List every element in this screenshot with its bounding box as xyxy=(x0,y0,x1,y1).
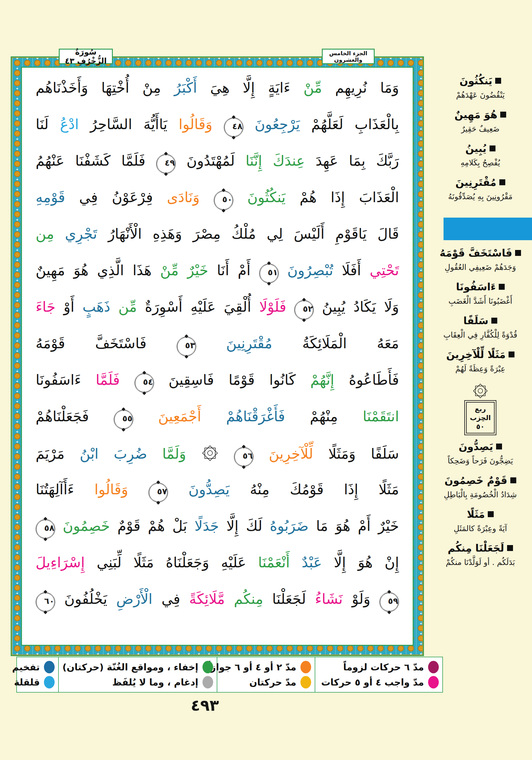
quran-text-segment: إِنَّهُمْ xyxy=(296,371,334,388)
quran-text-segment: ءَاسَفُونَا xyxy=(36,371,81,388)
quran-text-segment: ذَهَبٍ xyxy=(74,298,111,315)
quran-line: سَلَفًا وَمَثَلًا لِّلْآخِرِينَ ٥٦ ۞ وَل… xyxy=(36,435,399,471)
quran-line: انتَقَمْنَا مِنْهُمْ فَأَغْرَقْنَاهُمْ أ… xyxy=(36,398,399,435)
quran-text-segment: يَرْجِعُونَ xyxy=(243,116,300,132)
gloss-meaning: مَقْرُونِينَ بِهِ يُصَدِّقُونَهُ xyxy=(436,191,525,203)
quran-line: تَحْتِي أَفَلَا تُبْصِرُونَ ٥١ أَمْ أَنَ… xyxy=(36,252,399,289)
quran-line: مَعَهُ الْمَلَائِكَةُ مُقْتَرِنِينَ ٥٣ ف… xyxy=(36,325,399,361)
tajweed-legend: مدّ ٦ حركات لزوماًمدّ واجب ٤ أو ٥ حركاتم… xyxy=(16,657,443,692)
hizb-box-text: الحِزب xyxy=(467,413,493,422)
quran-text-segment: أُلْقِيَ عَلَيْهِ أَسْوِرَةٌ xyxy=(137,298,251,315)
verse-number-medallion: ٥٤ xyxy=(134,373,154,393)
quran-text-segment: الْأَرْضِ xyxy=(107,591,152,607)
bullet-square-icon xyxy=(496,444,502,450)
tajweed-color-dot xyxy=(203,676,213,689)
verse-number-medallion: ٥٣ xyxy=(177,337,196,356)
quran-text-segment: إِنْ هُوَ إِلَّا xyxy=(322,554,399,571)
quran-text-segment: مَرْيَمَ xyxy=(36,445,65,462)
gloss-word: هُوَ مَهِينٌ xyxy=(455,109,498,120)
tajweed-color-dot xyxy=(44,676,55,689)
quran-text-segment: وَلَمَّا xyxy=(147,445,186,462)
quran-text-segment: عَلَيْهِ وَجَعَلْنَاهُ مَثَلًا لِّبَنِي xyxy=(85,554,246,571)
quran-line: وَلَا يَكَادُ يُبِينُ ٥٢ فَلَوْلَا أُلْق… xyxy=(36,289,399,325)
quran-text-segment: الْعَذَابَ إِذَا هُمْ xyxy=(286,189,399,206)
gloss-word: قَوْمٌ خَصِمُونَ xyxy=(444,474,507,486)
quran-text-segment: وَمَا نُرِيهِم xyxy=(322,79,399,96)
gloss-entry: مُقْتَرِنِينَمَقْرُونِينَ بِهِ يُصَدِّقُ… xyxy=(429,176,532,203)
gloss-meaning: عِبْرَةً وَعِظَةً لَهُمْ xyxy=(436,363,525,375)
quran-text-segment: أَجْمَعِينَ xyxy=(133,408,201,425)
ornamental-border: وَمَا نُرِيهِم مِّنْ ءَايَةٍ إِلَّا هِيَ… xyxy=(12,57,423,655)
tajweed-color-dot xyxy=(428,661,439,673)
bullet-square-icon xyxy=(495,78,501,84)
verse-number-medallion: ٥٦ xyxy=(234,447,254,467)
quran-text-segment: فَلَوْلَا xyxy=(251,298,286,315)
gloss-word: لَجَعَلْنَا مِنكُم xyxy=(448,542,504,554)
quran-text-segment: فَلَمَّا xyxy=(81,371,120,388)
bullet-square-icon xyxy=(488,511,494,517)
verse-number-medallion: ٥١ xyxy=(259,263,279,283)
quran-text-segment: قَالَ يَاقَوْمِ أَلَيْسَ لِي مُلْكُ مِصْ… xyxy=(97,225,399,242)
page-frame: وَمَا نُرِيهِم مِّنْ ءَايَةٍ إِلَّا هِيَ… xyxy=(11,56,424,656)
quran-text-segment xyxy=(286,298,294,315)
gloss-meaning: يَنْقُضُونَ عَهْدَهُمْ xyxy=(436,89,525,101)
surah-title-box: سُورَةُ الزُّخْرُفِ ٤٣ xyxy=(59,49,113,64)
quran-line: قَالَ يَاقَوْمِ أَلَيْسَ لِي مُلْكُ مِصْ… xyxy=(36,215,399,252)
gloss-word: سَلَفًا xyxy=(463,315,489,327)
juz-title: الجزء الخامس والعشرون xyxy=(323,50,374,63)
quran-text-segment: رَبَّكَ بِمَا عَهِدَ xyxy=(305,152,399,169)
gloss-entry: يُبِينُيُفْصِحُ بِكَلامِهِ xyxy=(429,142,532,168)
highlight-overlay xyxy=(444,217,532,240)
gloss-word: يَنكُثُونَ xyxy=(459,75,493,87)
quran-text-segment: ضُرِبَ xyxy=(99,445,147,462)
quran-text-segment: عِندَكَ xyxy=(262,152,305,169)
bullet-square-icon xyxy=(508,352,514,357)
quran-text-segment: بِالْعَذَابِ لَعَلَّهُمْ xyxy=(300,116,399,132)
gloss-meaning: يُفْصِحُ بِكَلامِهِ xyxy=(436,157,525,168)
bullet-square-icon xyxy=(507,545,513,551)
quran-text-segment: أَمْ أَنَا xyxy=(208,262,259,278)
legend-column: مدّ ٢ أو ٤ أو ٦ جوازاًمدّ حركتان xyxy=(217,657,315,692)
quran-text-segment: لَكَ إِلَّا xyxy=(219,517,263,534)
legend-item: قلقلة xyxy=(21,676,55,689)
legend-column: مدّ ٦ حركات لزوماًمدّ واجب ٤ أو ٥ حركات xyxy=(315,657,442,692)
quran-text-segment: خَيْرٌ أَمْ هُوَ xyxy=(328,517,399,534)
quran-text-segment: مِنْ أُخْتِهَا xyxy=(88,79,161,96)
gloss-entry: ءَاسَفُونَاأَغْضَبُونَا أَشَدَّ الْغَضَب… xyxy=(429,281,532,307)
quran-text-segment: وَلَا يَكَادُ يُبِينُ xyxy=(314,298,399,315)
quran-text-segment: جَاءَ xyxy=(36,298,56,315)
quran-line: خَيْرٌ أَمْ هُوَ مَا ضَرَبُوهُ لَكَ إِلَ… xyxy=(36,508,399,544)
verse-number-medallion: ٦٠ xyxy=(36,592,55,612)
gloss-word: ءَاسَفُونَا xyxy=(456,281,496,293)
quran-text-segment: ضَرَبُوهُ xyxy=(263,517,309,534)
hizb-box: ربعالحِزب٥٠ xyxy=(464,400,496,435)
quran-text-segment: وَأَخَذْنَاهُم xyxy=(36,79,88,96)
gloss-meaning: قُدْوَةً لِلْكُفَّارِ فِي الْعِقَابِ xyxy=(436,329,525,341)
quran-text-segment: قَوْمِهِ xyxy=(36,189,65,206)
bullet-square-icon xyxy=(499,179,505,185)
hizb-box-text: ٥٠ xyxy=(467,422,493,431)
quran-text-segment: مِّن xyxy=(111,298,137,315)
gloss-meaning: أَغْضَبُونَا أَشَدَّ الْغَضَبِ xyxy=(436,295,525,307)
quran-text-segment: إِسْرَاءِيلَ xyxy=(36,554,85,571)
quran-text-segment: لِّلْآخِرِينَ xyxy=(254,445,313,462)
verse-number-medallion: ٤٨ xyxy=(224,118,243,137)
quran-text-segment: وَنَادَى xyxy=(153,189,200,206)
gloss-entry: فَاسْتَخَفَّ قَوْمَهُوَجَدَهُمْ ضَعِيفِي… xyxy=(429,247,532,273)
gloss-word: مُقْتَرِنِينَ xyxy=(456,176,496,188)
gloss-word: يَصِدُّونَ xyxy=(459,441,493,452)
quran-text-segment: أَفَلَا xyxy=(333,262,361,278)
gloss-meaning: يَضِجُّونَ فَرَحاً وَضَحِكاً xyxy=(436,455,525,467)
legend-item: إدغام ، وما لا يُلفَظ xyxy=(62,676,213,689)
quran-text-segment xyxy=(212,116,223,132)
quran-text-segment: وَلَوْ xyxy=(343,591,379,607)
quran-text-segment: تَجْرِي xyxy=(54,225,97,242)
bullet-square-icon xyxy=(500,112,506,118)
glossary-sidebar: يَنكُثُونَيَنْقُضُونَ عَهْدَهُمْهُوَ مَه… xyxy=(429,75,532,576)
quran-text-segment: مِنكُم xyxy=(225,591,263,607)
legend-item: تفخيم xyxy=(21,661,55,673)
verse-number-medallion: ٥٧ xyxy=(148,483,168,502)
quran-line: رَبَّكَ بِمَا عَهِدَ عِندَكَ إِنَّنَا لَ… xyxy=(36,142,399,179)
legend-column: تفخيمقلقلة xyxy=(17,657,58,692)
quran-line: مَثَلًا إِذَا قَوْمُكَ مِنْهُ يَصِدُّونَ… xyxy=(36,471,399,508)
